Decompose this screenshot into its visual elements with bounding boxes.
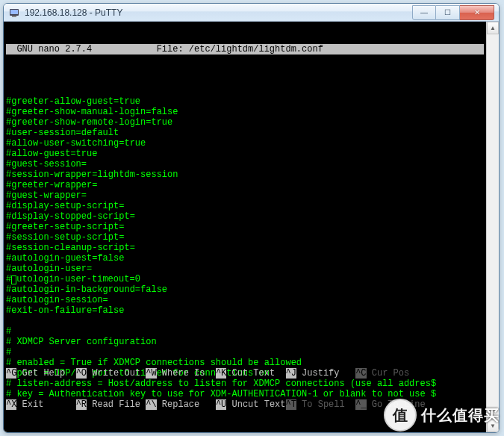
help-key: ^R <box>76 399 87 410</box>
content-before: #greeter-allow-guest=true #greeter-show-… <box>6 96 178 274</box>
help-label: Read File <box>87 399 146 410</box>
help-label: Cut Text <box>226 368 285 379</box>
putty-window: 192.168.18.128 - PuTTY — ☐ ✕ GNU nano 2.… <box>3 3 500 433</box>
help-key: ^\ <box>146 399 156 410</box>
help-key: ^O <box>76 368 87 379</box>
titlebar[interactable]: 192.168.18.128 - PuTTY — ☐ ✕ <box>4 4 499 22</box>
putty-icon <box>8 7 20 19</box>
watermark-text: 什么值得买 <box>421 405 500 426</box>
nano-header: GNU nano 2.7.4 File: /etc/lightdm/lightd… <box>6 44 484 54</box>
close-button[interactable]: ✕ <box>460 5 494 20</box>
help-key: ^U <box>216 399 226 410</box>
help-label: Justify <box>296 368 355 379</box>
help-key: ^G <box>6 368 16 379</box>
help-label: Write Out <box>87 368 146 379</box>
help-label: To Spell <box>296 399 355 410</box>
help-label: Uncut Text <box>226 399 285 410</box>
cursor-prefix: # <box>6 274 11 284</box>
svg-rect-1 <box>10 10 18 14</box>
help-key: ^_ <box>355 399 366 410</box>
nano-app: GNU nano 2.7.4 <box>6 44 92 54</box>
client-area: GNU nano 2.7.4 File: /etc/lightdm/lightd… <box>4 22 499 432</box>
help-label: Get Help <box>16 368 75 379</box>
svg-rect-2 <box>12 16 16 17</box>
help-label: Replace <box>157 399 216 410</box>
help-label: Cur Pos <box>367 368 426 379</box>
help-label: Exit <box>16 399 75 410</box>
help-row-1: ^G Get Help ^O Write Out ^W Where Is ^K … <box>6 368 484 379</box>
help-key: ^C <box>355 368 366 379</box>
window-buttons: — ☐ ✕ <box>412 5 494 20</box>
help-key: ^X <box>6 399 16 410</box>
help-key: ^T <box>286 399 296 410</box>
cursor-suffix: utologin-user-timeout=0 <box>16 274 140 284</box>
watermark: 值 什么值得买 <box>384 399 500 432</box>
minimize-button[interactable]: — <box>412 5 436 20</box>
watermark-icon: 值 <box>384 399 417 432</box>
window-title: 192.168.18.128 - PuTTY <box>25 7 412 18</box>
help-key: ^K <box>216 368 226 379</box>
scrollbar[interactable]: ▲ ▼ <box>486 22 499 432</box>
nano-file: File: /etc/lightdm/lightdm.conf <box>157 44 323 54</box>
help-key: ^J <box>286 368 296 379</box>
help-label: Where Is <box>157 368 216 379</box>
scroll-track[interactable] <box>487 34 499 420</box>
terminal[interactable]: GNU nano 2.7.4 File: /etc/lightdm/lightd… <box>4 22 486 432</box>
maximize-button[interactable]: ☐ <box>436 5 460 20</box>
help-key: ^W <box>146 368 156 379</box>
scroll-up-button[interactable]: ▲ <box>487 22 499 34</box>
